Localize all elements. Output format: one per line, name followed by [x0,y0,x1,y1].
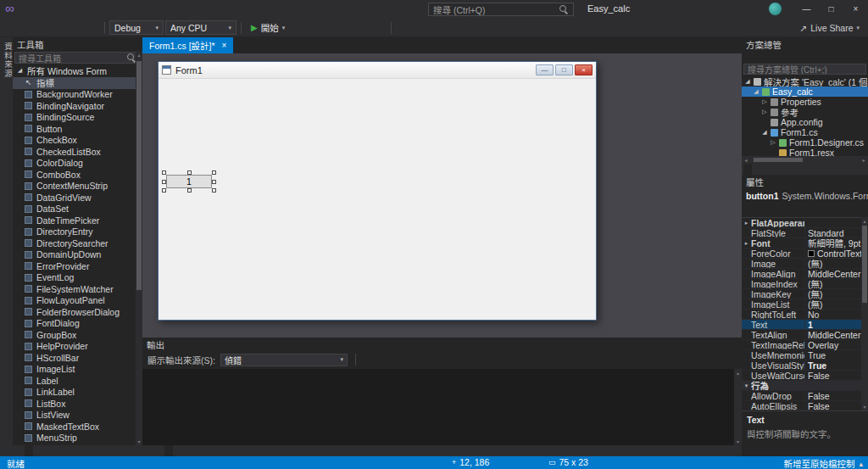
selection-handle[interactable] [162,188,166,193]
toolbox-item[interactable]: ColorDialog [13,158,136,170]
tree-expander-icon[interactable]: ▷ [761,109,768,115]
scroll-up-icon[interactable]: ▴ [861,218,868,224]
toolbox-item[interactable]: Button [13,123,136,135]
toolbox-item[interactable]: DomainUpDown [13,249,136,261]
tree-item[interactable]: Form1.resx [742,148,868,156]
toolbox-item[interactable]: GroupBox [13,329,136,341]
toolbox-item[interactable]: CheckBox [13,135,136,147]
toolbar-icon[interactable] [292,21,306,35]
property-row[interactable]: Image (無) [742,259,861,269]
maximize-button[interactable]: □ [819,0,843,19]
toolbox-item[interactable]: Label [13,375,136,387]
toolbox-item[interactable]: BindingNavigator [13,100,136,112]
toolbar-icon[interactable] [444,21,459,35]
toolbar-icon[interactable] [356,21,370,35]
document-tab[interactable]: Form1.cs [設計]* × [142,37,233,53]
toolbox-item[interactable]: FlowLayoutPanel [13,295,136,307]
tree-expander-icon[interactable]: ▷ [770,139,776,146]
expander-icon[interactable]: ▸ [742,240,751,247]
toolbar-icon[interactable] [5,21,19,35]
toolbox-search-input[interactable]: 搜尋工具箱 [14,52,141,64]
property-value[interactable]: True [805,360,861,371]
toolbox-item[interactable]: BindingSource [13,112,136,124]
solution-horizontal-scrollbar[interactable]: ◂ ▸ [742,156,868,164]
output-toolbar-icon[interactable] [364,353,376,366]
toolbar-icon[interactable] [70,21,84,35]
toolbox-item[interactable]: ↖ 指標 [13,77,136,89]
property-value[interactable]: 1 [805,320,861,330]
property-row[interactable]: ▸ Font 新細明體, 9pt [742,238,861,248]
toolbar-icon[interactable] [428,21,442,35]
toolbox-item[interactable]: ContextMenuStrip [13,181,136,193]
tab-close-icon[interactable]: × [222,41,227,50]
toolbox-item[interactable]: BackgroundWorker [13,89,136,101]
form-title-bar[interactable]: Form1 — □ × [159,62,596,79]
dock-tab[interactable] [154,445,163,456]
output-source-dropdown[interactable]: 偵錯 ▾ [220,354,348,366]
properties-scrollbar[interactable]: ▴ ▾ [861,217,868,410]
dock-tab[interactable] [14,445,23,456]
toolbox-item[interactable]: ListBox [13,398,136,410]
toolbox-item[interactable]: ListView [13,410,136,422]
property-value[interactable]: No [805,310,861,320]
toolbox-item[interactable]: HelpProvider [13,341,136,353]
tree-expander-icon[interactable]: ◢ [744,78,751,85]
output-header[interactable]: 輸出 [142,338,742,351]
minimize-button[interactable]: — [794,0,819,19]
tree-item[interactable]: ▷ Properties [742,97,868,107]
autohide-tab-data-sources[interactable]: 資料來源 [2,42,14,78]
toolbox-item[interactable]: FileSystemWatcher [13,283,136,295]
property-value[interactable]: False [805,401,861,411]
toolbar-icon[interactable] [324,21,338,35]
toolbox-item[interactable]: ComboBox [13,169,136,181]
configuration-dropdown[interactable]: Debug ▾ [109,20,164,35]
property-row[interactable]: Text 1 [742,320,861,330]
tree-item[interactable]: ◢ Easy_calc [742,87,868,97]
selection-handle[interactable] [212,170,216,175]
form-designer-surface[interactable]: Form1 — □ × [142,53,742,338]
scrollbar-thumb[interactable] [862,226,867,303]
property-row[interactable]: ▸ FlatAppearance [742,218,861,228]
toolbox-item[interactable]: DateTimePicker [13,215,136,226]
scrollbar-thumb[interactable] [136,61,142,290]
property-row[interactable]: ▾ 行為 [742,381,861,391]
output-scrollbar[interactable]: ▴ ▾ [734,369,742,445]
toolbox-item[interactable]: DirectorySearcher [13,237,136,249]
property-value[interactable]: Overlay [805,340,861,350]
toolbox-group-header[interactable]: ◢ 所有 Windows Form [13,64,142,76]
tree-item[interactable]: ◢ 解決方案 'Easy_calc' (1 個專案) [742,76,868,87]
output-toolbar-icon[interactable] [417,353,430,366]
tree-item[interactable]: ▷ 參考 [742,107,868,117]
toolbar-icon[interactable] [340,21,354,35]
toolbar-icon[interactable] [509,21,523,35]
dock-tab[interactable] [754,164,762,175]
expander-icon[interactable]: ▸ [742,220,751,226]
expander-icon[interactable]: ▾ [742,382,751,389]
toolbar-icon[interactable] [476,21,491,35]
button1-control[interactable]: 1 [166,175,212,188]
vs-logo-icon[interactable]: ∞ [5,1,14,15]
scroll-down-icon[interactable]: ▾ [136,438,142,444]
scroll-right-icon[interactable]: ▸ [860,157,868,163]
toolbox-header[interactable]: 工具箱 [13,37,142,51]
toolbox-item[interactable]: ErrorProvider [13,260,136,272]
properties-header[interactable]: 屬性 [742,175,868,188]
quick-search-input[interactable]: 搜尋 (Ctrl+Q) [428,3,574,16]
object-selector-dropdown[interactable]: button1 System.Windows.Forms.Button [742,188,868,203]
selection-handle[interactable] [212,188,216,193]
property-row[interactable]: AllowDrop False [742,391,861,401]
live-share-button[interactable]: ↗ Live Share ▾ [799,19,860,37]
property-row[interactable]: ImageList (無) [742,299,861,310]
tree-expander-icon[interactable]: ▷ [761,98,768,105]
solution-search-input[interactable]: 搜尋方案總管 (Ctrl+;) [743,64,866,75]
property-row[interactable]: AutoEllipsis False [742,401,861,410]
scrollbar-thumb[interactable] [754,158,803,162]
selected-control[interactable]: 1 [162,170,216,193]
toolbar-icon[interactable] [308,21,322,35]
toolbox-item[interactable]: DataGridView [13,192,136,204]
property-row[interactable]: TextAlign MiddleCenter [742,330,861,340]
design-form[interactable]: Form1 — □ × [158,61,597,321]
toolbox-item[interactable]: MaskedTextBox [13,421,136,433]
scroll-down-icon[interactable]: ▾ [734,438,742,444]
toolbox-item[interactable]: DataSet [13,204,136,215]
